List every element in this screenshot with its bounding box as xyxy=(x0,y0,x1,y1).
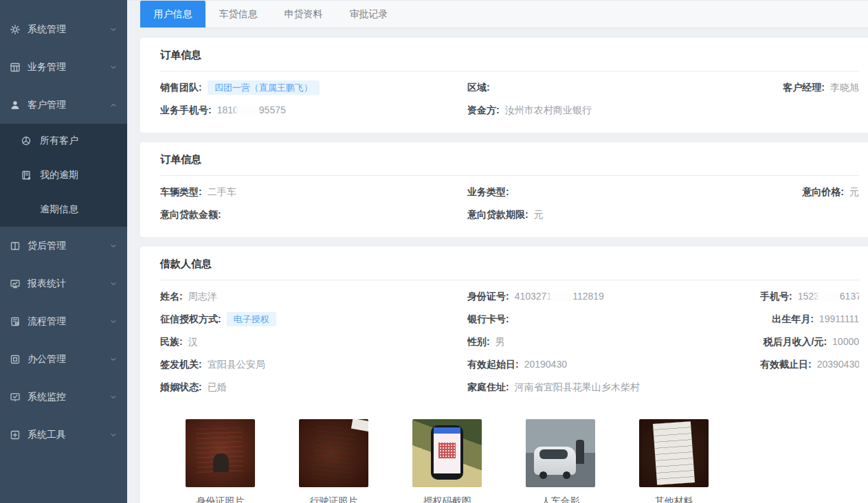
field-cell: 资金方:汝州市农村商业银行 xyxy=(467,104,760,117)
sidebar-subitem[interactable]: 逾期信息 xyxy=(0,192,127,227)
field-label: 婚姻状态: xyxy=(160,381,202,392)
field-cell: 签发机关:宜阳县公安局 xyxy=(160,358,467,371)
gear-icon xyxy=(10,24,21,35)
sidebar-subitem[interactable]: 我的逾期 xyxy=(0,158,127,192)
redacted-blur xyxy=(819,291,840,302)
sidebar-item-label: 贷后管理 xyxy=(27,240,66,252)
photo-art xyxy=(576,440,584,465)
field-label: 意向贷款金额: xyxy=(160,209,221,220)
sidebar-item[interactable]: 系统管理 xyxy=(0,10,127,48)
info-card: 借款人信息姓名:周志洋身份证号:4103271112819手机号:1523613… xyxy=(140,247,868,503)
photo-strip: 身份证照片行驶证照片授权码截图人车合影其他材料 xyxy=(160,399,859,503)
chevron-down-icon xyxy=(109,431,118,439)
photo-art xyxy=(434,427,460,434)
monitor-check-icon xyxy=(10,392,21,403)
sidebar-item-label: 报表统计 xyxy=(27,278,66,290)
sidebar-item-label: 系统管理 xyxy=(27,23,66,36)
photo-thumb[interactable] xyxy=(526,419,595,487)
sidebar-item[interactable]: 贷后管理 xyxy=(0,227,127,265)
field-value: 181095575 xyxy=(217,104,286,115)
photo-item: 身份证照片 xyxy=(186,419,255,503)
field-cell: 姓名:周志洋 xyxy=(160,290,467,303)
field-cell: 车辆类型:二手车 xyxy=(160,186,467,199)
photo-caption: 人车合影 xyxy=(542,495,580,503)
sidebar-item[interactable]: 业务管理 xyxy=(0,48,127,86)
field-label: 业务类型: xyxy=(467,186,509,197)
sidebar-item[interactable]: 系统工具 xyxy=(0,416,127,454)
chevron-down-icon xyxy=(109,393,118,401)
field-label: 有效起始日: xyxy=(467,359,519,370)
sidebar-item[interactable]: 办公管理 xyxy=(0,340,127,378)
redacted-blur xyxy=(238,105,259,115)
field-row: 婚姻状态:已婚家庭住址:河南省宜阳县花果山乡木柴村 xyxy=(160,376,859,399)
field-cell: 性别:男 xyxy=(467,335,760,348)
field-label: 姓名: xyxy=(160,291,183,302)
field-tag[interactable]: 电子授权 xyxy=(227,312,276,327)
tab-item[interactable]: 申贷资料 xyxy=(271,1,336,27)
field-tag[interactable]: 四团一营（直属王鹏飞） xyxy=(208,80,320,96)
field-row: 业务手机号:181095575资金方:汝州市农村商业银行 xyxy=(160,99,859,122)
field-cell: 婚姻状态:已婚 xyxy=(160,381,467,394)
flow-check-icon xyxy=(10,316,21,327)
field-label: 区域: xyxy=(467,82,490,93)
field-value: 二手车 xyxy=(208,186,236,197)
photo-art xyxy=(438,443,455,459)
pie-chart-icon xyxy=(21,135,32,146)
field-value: 元 xyxy=(534,209,544,220)
chevron-up-icon xyxy=(109,101,118,109)
field-row: 姓名:周志洋身份证号:4103271112819手机号:15236137 xyxy=(160,285,859,308)
table-icon xyxy=(10,62,21,73)
field-label: 银行卡号: xyxy=(467,313,509,324)
main-content: 用户信息车贷信息申贷资料审批记录 订单信息销售团队:四团一营（直属王鹏飞）区域:… xyxy=(127,0,868,503)
tab-bar: 用户信息车贷信息申贷资料审批记录 xyxy=(140,1,868,28)
field-label: 资金方: xyxy=(467,104,500,115)
field-value: 已婚 xyxy=(208,381,227,392)
chevron-down-icon xyxy=(109,280,118,288)
field-label: 税后月收入/元: xyxy=(764,336,827,347)
card-rows: 车辆类型:二手车业务类型:意向价格:元意向贷款金额:意向贷款期限:元 xyxy=(160,176,859,226)
photo-art xyxy=(311,422,356,482)
notebook-icon xyxy=(21,170,32,181)
field-cell: 客户经理:李晓旭 xyxy=(760,81,859,94)
sidebar-item[interactable]: 流程管理 xyxy=(0,302,127,340)
field-cell: 意向价格:元 xyxy=(760,186,859,199)
field-label: 意向价格: xyxy=(802,186,844,197)
field-row: 意向贷款金额:意向贷款期限:元 xyxy=(160,203,859,226)
field-cell: 银行卡号: xyxy=(467,313,760,326)
field-label: 销售团队: xyxy=(160,82,202,93)
field-cell: 意向贷款金额: xyxy=(160,208,467,221)
tab-item[interactable]: 审批记录 xyxy=(336,1,401,27)
tab-active[interactable]: 用户信息 xyxy=(140,1,205,27)
card-title: 订单信息 xyxy=(160,49,859,71)
photo-thumb[interactable] xyxy=(639,419,709,487)
field-label: 业务手机号: xyxy=(160,104,212,115)
field-cell: 出生年月:19911111 xyxy=(760,313,859,326)
field-cell: 有效截止日:20390430 xyxy=(760,358,859,371)
sidebar-item[interactable]: 报表统计 xyxy=(0,265,127,302)
photo-caption: 授权码截图 xyxy=(423,495,471,503)
cards-container: 订单信息销售团队:四团一营（直属王鹏飞）区域:客户经理:李晓旭业务手机号:181… xyxy=(127,28,868,503)
field-label: 车辆类型: xyxy=(160,186,202,197)
field-cell: 区域: xyxy=(467,81,760,94)
field-row: 征信授权方式:电子授权银行卡号:出生年月:19911111 xyxy=(160,308,859,331)
sidebar-item[interactable]: 系统监控 xyxy=(0,378,127,416)
monitor-icon xyxy=(10,278,21,289)
card-title: 借款人信息 xyxy=(160,258,859,280)
photo-thumb[interactable] xyxy=(186,419,255,487)
photo-art xyxy=(539,471,547,479)
field-row: 民族:汉性别:男税后月收入/元:10000 xyxy=(160,331,859,353)
field-value: 宜阳县公安局 xyxy=(208,359,265,370)
sidebar-subitem[interactable]: 所有客户 xyxy=(0,124,127,158)
photo-thumb[interactable] xyxy=(412,419,482,487)
field-row: 签发机关:宜阳县公安局有效起始日:20190430有效截止日:20390430 xyxy=(160,353,859,376)
field-value: 20390430 xyxy=(817,359,859,370)
photo-caption: 行驶证照片 xyxy=(310,495,358,503)
sidebar-item-label: 流程管理 xyxy=(27,315,66,328)
photo-thumb[interactable] xyxy=(299,419,368,487)
field-cell: 业务类型: xyxy=(467,186,760,199)
field-cell: 身份证号:4103271112819 xyxy=(467,290,760,303)
field-label: 意向贷款期限: xyxy=(467,209,528,220)
sidebar-item[interactable]: 客户管理 xyxy=(0,86,127,124)
tab-item[interactable]: 车贷信息 xyxy=(205,1,271,27)
field-label: 家庭住址: xyxy=(467,381,509,392)
